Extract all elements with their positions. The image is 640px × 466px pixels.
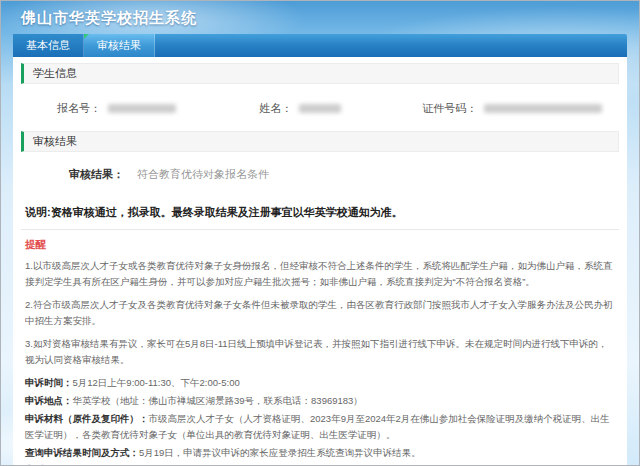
review-result-value: 符合教育优待对象报名条件: [137, 168, 269, 180]
appeal-result-query-text: 5月19日，申请异议申诉的家长应登录招生系统查询异议申诉结果。: [139, 447, 421, 458]
appeal-time-row: 申诉时间：5月12日上午9:00-11:30、下午2:00-5:00: [25, 375, 615, 391]
appeal-place-row: 申诉地点：华英学校（地址：佛山市禅城区湖景路39号，联系电话：83969183）: [25, 393, 615, 409]
admission-system-page: 佛山市华英学校招生系统 基本信息 审核结果 学生信息 报名号： 姓名： 证件号码…: [0, 0, 640, 466]
appeal-materials-label: 申诉材料（原件及复印件）：: [25, 413, 149, 424]
page-header: 佛山市华英学校招生系统: [1, 1, 639, 34]
name-redacted-value: [299, 104, 341, 113]
appeal-time-text: 5月12日上午9:00-11:30、下午2:00-5:00: [73, 377, 240, 388]
id-number-redacted-value: [484, 104, 602, 113]
result-statement: 说明:资格审核通过，拟录取。最终录取结果及注册事宜以华英学校通知为准。: [25, 205, 617, 220]
review-result-row: 审核结果： 符合教育优待对象报名条件: [21, 152, 619, 195]
tab-review-result-label: 审核结果: [97, 39, 141, 51]
tab-basic-info[interactable]: 基本信息: [13, 34, 84, 57]
student-info-section-title: 学生信息: [33, 67, 77, 79]
reminder-item-2: 2.符合市级高层次人才子女及各类教育优待对象子女条件但未被录取的学生，由各区教育…: [25, 297, 615, 329]
tab-bar: 基本信息 审核结果: [13, 34, 627, 57]
review-result-label: 审核结果：: [69, 168, 124, 180]
registration-number-field: 报名号：: [57, 101, 259, 116]
registration-number-label: 报名号：: [57, 101, 101, 116]
main-content: 学生信息 报名号： 姓名： 证件号码： 审核结果 审核结果： 符合教育优待对象报…: [13, 57, 627, 466]
tab-review-result[interactable]: 审核结果: [84, 34, 155, 57]
active-tab-indicator: [84, 34, 89, 39]
registration-number-redacted-value: [108, 104, 176, 113]
tab-basic-info-label: 基本信息: [26, 39, 70, 51]
id-number-field: 证件号码：: [422, 101, 619, 116]
page-title: 佛山市华英学校招生系统: [21, 9, 197, 26]
appeal-form-row: 申诉登记表：点击进入填写（网址：https://docs.qq.com/form…: [25, 462, 615, 466]
reminder-item-3: 3.如对资格审核结果有异议，家长可在5月8日-11日线上预填申诉登记表，并按照如…: [25, 336, 615, 368]
reminder-title: 提醒: [25, 238, 619, 252]
name-label: 姓名：: [259, 101, 292, 116]
student-info-section-header: 学生信息: [21, 63, 619, 84]
appeal-result-query-row: 查询申诉结果时间及方式：5月19日，申请异议申诉的家长应登录招生系统查询异议申诉…: [25, 445, 615, 461]
appeal-materials-row: 申诉材料（原件及复印件）：市级高层次人才子女（人才资格证明、2023年9月至20…: [25, 411, 615, 443]
appeal-result-query-label: 查询申诉结果时间及方式：: [25, 447, 139, 458]
review-result-section-header: 审核结果: [21, 131, 619, 152]
id-number-label: 证件号码：: [422, 101, 477, 116]
review-result-section-title: 审核结果: [33, 135, 77, 147]
student-info-fields: 报名号： 姓名： 证件号码：: [21, 84, 619, 131]
appeal-place-text: 华英学校（地址：佛山市禅城区湖景路39号，联系电话：83969183）: [73, 395, 363, 406]
reminder-item-1: 1.以市级高层次人才子女或各类教育优待对象子女身份报名，但经审核不符合上述条件的…: [25, 258, 615, 290]
appeal-place-label: 申诉地点：: [25, 395, 73, 406]
appeal-time-label: 申诉时间：: [25, 377, 73, 388]
name-field: 姓名：: [259, 101, 422, 116]
divider: [21, 229, 619, 230]
